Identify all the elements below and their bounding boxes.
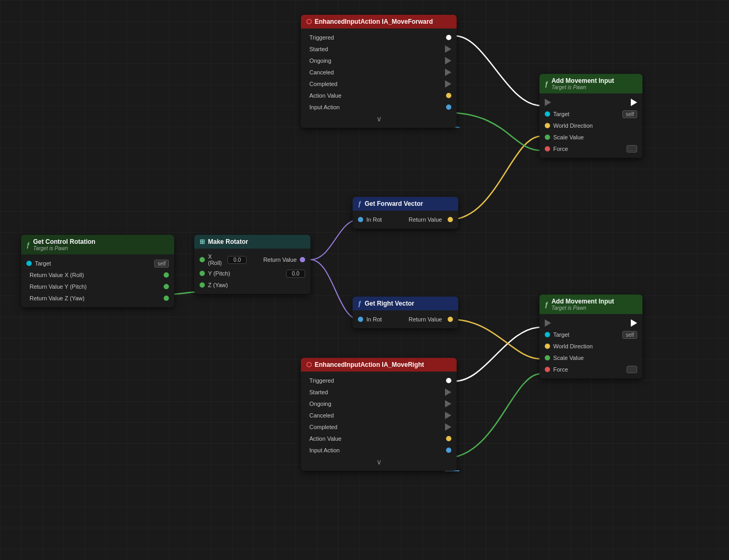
r-completed-pin[interactable] (445, 423, 451, 431)
r-completed-label: Completed (309, 424, 442, 430)
enhanced-forward-header: ⬡ EnhancedInputAction IA_MoveForward (301, 15, 457, 29)
r-triggered-pin[interactable] (446, 378, 451, 383)
z-yaw-label: Z (Yaw) (208, 282, 302, 288)
return-z-pin[interactable] (164, 296, 169, 301)
r-ongoing-label: Ongoing (309, 401, 442, 407)
enhanced-forward-title: EnhancedInputAction IA_MoveForward (315, 18, 433, 25)
am2-force-value (627, 366, 637, 373)
return-z-label: Return Value Z (Yaw) (30, 295, 160, 301)
get-control-rotation-body: Target self Return Value X (Roll) Return… (21, 254, 174, 307)
right-return-pin[interactable] (448, 317, 453, 322)
x-roll-pin[interactable] (200, 257, 205, 262)
add-movement-1-icon: ƒ (545, 80, 548, 88)
z-yaw-pin[interactable] (200, 282, 205, 288)
forward-in-rot-pin[interactable] (358, 217, 363, 222)
add-movement-1-header: ƒ Add Movement Input Target is Pawn (539, 74, 642, 93)
r-canceled-label: Canceled (309, 412, 442, 419)
am1-world-dir-label: World Direction (553, 122, 634, 129)
r-action-value-row: Action Value (301, 433, 457, 444)
am2-scale-row: Scale Value (539, 352, 642, 364)
return-y-pin[interactable] (164, 284, 169, 289)
r-ongoing-pin[interactable] (445, 400, 451, 407)
am2-force-pin[interactable] (545, 367, 550, 372)
r-started-label: Started (309, 389, 442, 395)
add-movement-2-header: ƒ Add Movement Input Target is Pawn (539, 295, 642, 314)
r-input-action-pin[interactable] (446, 448, 451, 453)
ongoing-pin[interactable] (445, 57, 451, 64)
input-action-pin[interactable] (446, 105, 451, 110)
input-action-label: Input Action (309, 104, 443, 110)
action-value-pin[interactable] (446, 93, 451, 98)
am2-scale-pin[interactable] (545, 355, 550, 360)
canceled-row: Canceled (301, 67, 457, 78)
am2-world-dir-label: World Direction (553, 343, 634, 349)
am2-world-dir-pin[interactable] (545, 344, 550, 349)
return-x-pin[interactable] (164, 272, 169, 278)
add-movement-2-icon: ƒ (545, 301, 548, 308)
started-label: Started (309, 46, 442, 52)
return-x-row: Return Value X (Roll) (21, 269, 174, 281)
add-movement-1-node: ƒ Add Movement Input Target is Pawn Targ… (539, 74, 642, 158)
am2-exec-out[interactable] (631, 319, 637, 327)
am1-force-row: Force (539, 143, 642, 155)
y-pitch-pin[interactable] (200, 271, 205, 276)
am1-force-value (627, 145, 637, 153)
am2-target-row: Target self (539, 329, 642, 340)
am2-exec-row (539, 317, 642, 329)
expand-row[interactable]: ∨ (301, 113, 457, 125)
triggered-pin[interactable] (446, 35, 451, 40)
am1-target-label: Target (553, 111, 619, 117)
get-right-body: In Rot Return Value (353, 310, 458, 328)
y-pitch-row: Y (Pitch) (194, 268, 310, 279)
am2-target-pin[interactable] (545, 332, 550, 337)
am2-exec-in[interactable] (545, 319, 551, 327)
am1-target-value: self (622, 110, 637, 118)
add-movement-2-title-group: Add Movement Input Target is Pawn (552, 298, 614, 311)
started-pin[interactable] (445, 45, 451, 53)
get-forward-header: ƒ Get Forward Vector (353, 197, 458, 211)
am1-world-dir-row: World Direction (539, 120, 642, 131)
target-pin[interactable] (26, 261, 32, 266)
target-value: self (154, 260, 169, 268)
r-started-pin[interactable] (445, 388, 451, 396)
add-movement-2-subtitle: Target is Pawn (552, 305, 614, 311)
enhanced-right-title: EnhancedInputAction IA_MoveRight (315, 361, 424, 368)
make-rotator-icon: ⊞ (200, 238, 205, 245)
am1-target-pin[interactable] (545, 111, 550, 117)
am1-exec-in[interactable] (545, 99, 551, 106)
x-roll-input[interactable] (228, 256, 247, 264)
completed-pin[interactable] (445, 80, 451, 88)
return-y-row: Return Value Y (Pitch) (21, 281, 174, 292)
am1-force-pin[interactable] (545, 146, 550, 151)
r-canceled-row: Canceled (301, 410, 457, 421)
get-forward-body: In Rot Return Value (353, 211, 458, 229)
get-right-header: ƒ Get Right Vector (353, 297, 458, 310)
r-expand-row[interactable]: ∨ (301, 456, 457, 468)
r-action-value-pin[interactable] (446, 436, 451, 441)
am1-target-row: Target self (539, 108, 642, 120)
return-value-pin[interactable] (300, 257, 305, 262)
right-in-rot-pin[interactable] (358, 317, 363, 322)
y-pitch-input[interactable] (286, 270, 305, 278)
return-z-row: Return Value Z (Yaw) (21, 292, 174, 304)
r-completed-row: Completed (301, 421, 457, 433)
am1-exec-out[interactable] (631, 99, 637, 106)
forward-return-label: Return Value (409, 216, 444, 223)
get-forward-icon: ƒ (358, 200, 362, 207)
enhanced-forward-icon: ⬡ (306, 18, 311, 25)
r-canceled-pin[interactable] (445, 412, 451, 419)
am1-world-dir-pin[interactable] (545, 123, 550, 128)
action-value-label: Action Value (309, 92, 443, 99)
ongoing-label: Ongoing (309, 58, 442, 64)
started-row: Started (301, 43, 457, 55)
triggered-row: Triggered (301, 32, 457, 43)
get-forward-title: Get Forward Vector (365, 200, 423, 207)
r-triggered-row: Triggered (301, 375, 457, 386)
forward-return-pin[interactable] (448, 217, 453, 222)
am2-world-dir-row: World Direction (539, 340, 642, 352)
am1-scale-pin[interactable] (545, 135, 550, 140)
get-control-rotation-icon: ƒ (26, 241, 30, 249)
canceled-pin[interactable] (445, 69, 451, 76)
r-input-action-row: Input Action (301, 444, 457, 456)
y-pitch-label: Y (Pitch) (208, 270, 283, 277)
